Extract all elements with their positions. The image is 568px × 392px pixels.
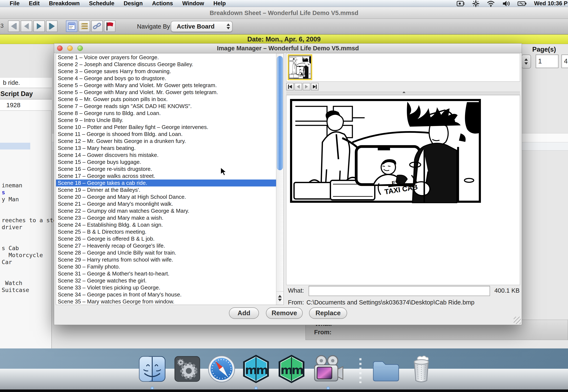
cast-list-line[interactable]: driver [2,224,57,231]
cast-list-line[interactable]: ineman [2,182,57,189]
thumb-first-button[interactable] [286,83,294,90]
add-button[interactable]: Add [229,308,259,319]
scene-list-item[interactable]: Scene 10 – Potter and Peter Bailey fight… [56,124,276,131]
dock-trash-icon[interactable] [406,354,436,384]
window-title-bar[interactable]: Breakdown Sheet – Wonderful Life Demo V5… [0,7,568,19]
scene-list-item[interactable]: Scene 19 – Dinner at the Baileys'. [56,186,276,194]
scene-list-item[interactable]: Scene 35 – Mary watches George from wind… [56,298,276,305]
dock-finder-icon[interactable] [137,354,167,384]
scene-list-item[interactable]: Scene 26 – George is offered B & L job. [56,235,276,242]
panel-separator[interactable] [286,92,520,95]
scene-list-item[interactable]: Scene 23 – George and Mary make a wish. [56,214,276,221]
nav-back-button[interactable] [21,21,32,32]
scene-list-item[interactable]: Scene 14 – Gower discovers his mistake. [56,152,276,159]
resize-grip[interactable] [514,317,521,324]
dock-folder-icon[interactable] [370,354,400,384]
scene-list-item[interactable]: Scene 25 – B & L Directors meeting. [56,228,276,235]
menu-item[interactable]: File [10,0,20,7]
nav-last-button[interactable] [46,21,57,32]
scene-list-item[interactable]: Scene 22 – Grumpy old man watches George… [56,207,276,214]
breakdown-sheet-view-button[interactable] [66,21,77,32]
what-input[interactable] [309,286,490,296]
cast-list-line[interactable] [2,266,57,273]
scene-list-item[interactable]: Scene 34 – George paces in front of Mary… [56,291,276,298]
remove-button[interactable]: Remove [266,308,303,319]
scroll-down-icon[interactable] [278,299,282,303]
menu-item[interactable]: Breakdown [49,0,80,7]
script-day-value[interactable]: 1928 [0,99,52,111]
replace-button[interactable]: Replace [309,308,347,319]
scene-list-item[interactable]: Scene 28 – George and Uncle Billy wait f… [56,249,276,256]
dock-system-preferences-icon[interactable] [172,354,202,384]
scene-list-item[interactable]: Scene 29 – Harry returns from school wit… [56,256,276,263]
list-view-button[interactable] [79,21,90,32]
scene-list-item[interactable]: Scene 8 – George runs to Bldg. and Loan. [56,110,276,117]
cast-list-line[interactable] [2,231,57,238]
scene-list-item[interactable]: Scene 2 – Joseph and Clarence discuss Ge… [56,61,276,68]
scene-list-item[interactable]: Scene 33 – Violet tries picking up Georg… [56,284,276,291]
volume-icon[interactable] [502,0,510,7]
cast-list-line[interactable]: Motorcycle [2,252,57,259]
pages-field-2[interactable]: 4 [561,55,568,68]
scene-list-item[interactable]: Scene 20 – George and Mary at High Schoo… [56,194,276,200]
minimize-icon[interactable] [67,45,73,51]
cast-list-line[interactable]: s [2,189,57,196]
scene-list-item[interactable]: Scene 4 – George and boys go to drugstor… [56,75,276,82]
cast-list-line[interactable] [2,203,57,210]
thumb-forward-button[interactable] [303,83,310,90]
scene-list-item[interactable]: Scene 3 – George saves Harry from drowni… [56,68,276,75]
flag-button[interactable] [104,21,115,32]
scene-list-item[interactable]: Scene 27 – Heavenly recap of George's li… [56,242,276,249]
dock-safari-icon[interactable] [207,354,236,384]
background-selected-cell[interactable] [0,143,30,150]
cast-list-line[interactable] [2,210,57,217]
image-thumbnail[interactable] [288,54,312,80]
scene-list-item[interactable]: Scene 5 – George with Mary and Violet. M… [56,82,276,89]
scene-list-item[interactable]: Scene 17 – George walks across street. [56,172,276,180]
nav-forward-button[interactable] [33,21,45,32]
cast-list-line[interactable]: Car [2,259,57,266]
cast-list-line[interactable]: Suitcase [2,286,57,294]
character-viewer-icon[interactable] [472,0,479,7]
scene-list-item[interactable]: Scene 6 – Mr. Gower puts poison pills in… [56,96,276,103]
scene-list-item[interactable]: Scene 15 – George buys luggage. [56,159,276,166]
dock-quicktime-player-icon[interactable] [311,354,341,384]
scene-list-item[interactable]: Scene 31 – George & Mother's heart-to-he… [56,270,276,277]
cast-list-line[interactable]: s Cab [2,245,57,252]
scene-list-item[interactable]: Scene 32 – George watches the girl. [56,277,276,284]
thumb-back-button[interactable] [294,83,302,90]
background-field[interactable]: b ride. [0,78,52,88]
cast-list-line[interactable] [2,273,57,280]
menu-item[interactable]: Edit [29,0,40,7]
scroll-up-icon[interactable] [278,293,282,297]
scene-list-item[interactable]: Scene 30 – Family photo. [56,263,276,270]
cast-list-line[interactable]: Watch [2,280,57,286]
menu-clock[interactable]: Wed 10:36 P [534,0,568,7]
scene-list-item[interactable]: Scene 12 – Mr. Gower hits George in a dr… [56,138,276,145]
screen-sharing-icon[interactable] [457,0,465,7]
scene-list-item[interactable]: Scene 24 – Establishing Bldg. & Loan sig… [56,221,276,228]
scene-list-item[interactable]: Scene 5 – George with Mary and Violet. M… [56,89,276,96]
zoom-icon[interactable] [77,45,83,51]
scene-list-item[interactable]: Scene 7 – George reads sign "ASK DAD HE … [56,103,276,110]
menu-item[interactable]: Design [124,0,143,7]
scene-list-item[interactable]: Scene 18 – George takes a cab ride. [56,180,276,186]
battery-icon[interactable] [517,1,527,7]
scene-list-item[interactable]: Scene 11 – George is shooed from Bldg. a… [56,131,276,138]
scene-list-item[interactable]: Scene 13 – Mary hears beating. [56,145,276,152]
wifi-icon[interactable] [487,0,495,7]
pages-field[interactable]: 1 [536,55,558,68]
thumb-last-button[interactable] [311,83,319,90]
cast-list-line[interactable] [2,238,57,245]
cast-list-line[interactable]: y Man [2,196,57,203]
menu-item[interactable]: Window [182,0,204,7]
close-icon[interactable] [57,45,63,51]
scene-list-item[interactable]: Scene 16 – George re-visits drugstore. [56,166,276,172]
scene-list-item[interactable]: Scene 21 – George and Mary's moonlight w… [56,200,276,207]
scene-list-scrollbar[interactable] [276,54,283,305]
scene-list-item[interactable]: Scene 1 – Voice over prayers for George. [56,54,276,61]
menu-item[interactable]: Schedule [89,0,114,7]
menu-item[interactable]: Help [213,0,226,7]
dock-movie-magic-screenwriter-icon[interactable]: mm [241,354,271,384]
scrollbar-thumb[interactable] [277,56,283,170]
